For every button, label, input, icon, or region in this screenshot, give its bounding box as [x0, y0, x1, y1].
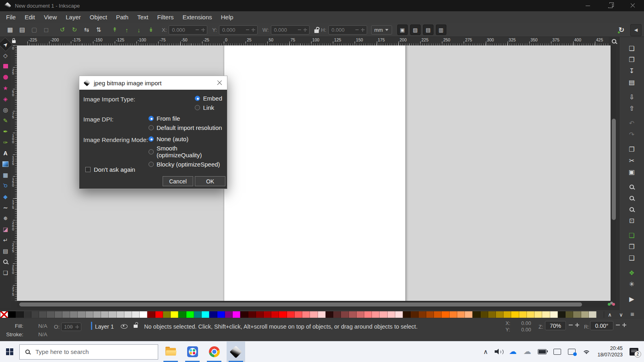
radio-option[interactable]: Embed: [195, 95, 222, 102]
radio-option[interactable]: None (auto): [149, 136, 222, 142]
palette-swatch[interactable]: [8, 311, 16, 318]
clone-icon[interactable]: ❐: [626, 241, 638, 252]
eraser-tool[interactable]: ◪: [0, 224, 10, 234]
radio-option[interactable]: Link: [195, 104, 222, 111]
opacity-field[interactable]: 100: [61, 323, 81, 331]
print-icon[interactable]: ▤: [626, 76, 638, 88]
menu-file[interactable]: File: [2, 12, 20, 22]
menu-path[interactable]: Path: [111, 12, 133, 22]
palette-swatch[interactable]: [481, 311, 488, 318]
palette-swatch[interactable]: [171, 311, 178, 318]
palette-swatch[interactable]: [209, 311, 217, 318]
rotation-plus-button[interactable]: [622, 323, 626, 327]
palette-swatch[interactable]: [473, 311, 480, 318]
menu-extensions[interactable]: Extensions: [178, 12, 216, 22]
ungroup-icon[interactable]: ✳: [626, 278, 638, 290]
rotate-ccw-icon[interactable]: ↺: [57, 25, 68, 35]
ok-button[interactable]: OK: [195, 176, 225, 186]
palette-swatch[interactable]: [310, 311, 318, 318]
select-all-layers-icon[interactable]: ▤: [17, 25, 27, 35]
export-icon[interactable]: ⇧: [626, 103, 638, 114]
radio-icon[interactable]: [149, 125, 154, 130]
palette-swatch[interactable]: [341, 311, 349, 318]
y-field[interactable]: 0.000: [219, 25, 258, 35]
palette-swatch[interactable]: [295, 311, 302, 318]
palette-swatch[interactable]: [372, 311, 380, 318]
collapse-panel-button[interactable]: ◀: [630, 24, 642, 36]
radio-selected-icon[interactable]: [195, 96, 200, 101]
spray-tool[interactable]: ✵: [0, 213, 10, 224]
zoom-tool[interactable]: [0, 256, 10, 267]
palette-swatch[interactable]: [581, 311, 589, 318]
palette-swatch[interactable]: [542, 311, 550, 318]
zoom-drawing-icon[interactable]: [626, 192, 638, 204]
zoom-plus-button[interactable]: [575, 323, 579, 327]
zoom-minus-button[interactable]: [569, 325, 573, 325]
palette-swatch[interactable]: [16, 311, 23, 318]
redo-icon[interactable]: ↷: [626, 129, 638, 140]
palette-swatch[interactable]: [0, 311, 8, 318]
copy-icon[interactable]: ❐: [626, 144, 638, 155]
palette-swatch[interactable]: [31, 311, 39, 318]
palette-swatch[interactable]: [62, 311, 70, 318]
palette-swatch[interactable]: [527, 311, 535, 318]
palette-swatch[interactable]: [240, 311, 248, 318]
rotation-minus-button[interactable]: [616, 325, 620, 325]
palette-swatch[interactable]: [333, 311, 341, 318]
dialog-close-button[interactable]: [216, 79, 223, 86]
palette-swatch[interactable]: [589, 311, 597, 318]
palette-swatch[interactable]: [186, 311, 194, 318]
palette-swatch[interactable]: [163, 311, 171, 318]
selection-box-icon[interactable]: ◻: [41, 25, 52, 35]
more-commands-icon[interactable]: ▶: [626, 293, 638, 304]
palette-swatch[interactable]: [488, 311, 496, 318]
palette-swatch[interactable]: [86, 311, 93, 318]
palette-swatch[interactable]: [202, 311, 209, 318]
onedrive-icon[interactable]: ☁: [509, 350, 516, 354]
radio-option[interactable]: Default import resolution: [149, 124, 222, 131]
palette-swatch[interactable]: [535, 311, 542, 318]
menu-object[interactable]: Object: [85, 12, 111, 22]
new-document-icon[interactable]: ❏: [626, 43, 638, 54]
palette-swatch[interactable]: [93, 311, 101, 318]
hidden-icons-chevron[interactable]: ∧: [483, 348, 488, 356]
lower-icon[interactable]: ↓: [134, 25, 144, 35]
layer-unlock-icon[interactable]: [134, 325, 138, 328]
palette-swatch[interactable]: [287, 311, 295, 318]
snap-toggle-icon[interactable]: ↻: [617, 25, 626, 35]
radio-selected-icon[interactable]: [149, 136, 154, 142]
battery-icon[interactable]: [538, 349, 547, 354]
palette-swatch[interactable]: [349, 311, 357, 318]
lower-to-bottom-icon[interactable]: ↡: [146, 25, 156, 35]
pencil-tool[interactable]: ✎: [0, 115, 10, 126]
palette-swatch[interactable]: [264, 311, 271, 318]
ellipse-tool[interactable]: [0, 72, 10, 82]
palette-swatch[interactable]: [496, 311, 504, 318]
palette-swatch[interactable]: [388, 311, 395, 318]
import-icon[interactable]: ⇩: [626, 91, 638, 103]
palette-swatch[interactable]: [271, 311, 279, 318]
rectangle-tool[interactable]: [0, 61, 10, 72]
palette-scroll-up-icon[interactable]: ∧: [604, 312, 615, 318]
palette-swatch[interactable]: [39, 311, 47, 318]
transform-pattern-toggle[interactable]: ▥: [436, 25, 446, 35]
radio-selected-icon[interactable]: [149, 116, 154, 121]
palette-swatch[interactable]: [178, 311, 186, 318]
zoom-frame-icon[interactable]: ⊡: [626, 215, 638, 226]
zoom-page-icon[interactable]: [626, 204, 638, 215]
palette-swatch[interactable]: [457, 311, 465, 318]
volume-icon[interactable]: [495, 349, 502, 354]
palette-swatch[interactable]: [194, 311, 202, 318]
palette-swatch[interactable]: [279, 311, 287, 318]
taskbar-file-explorer[interactable]: [161, 341, 180, 362]
pen-tool[interactable]: ✒: [0, 126, 10, 137]
radio-icon[interactable]: [195, 105, 200, 110]
palette-scroll-down-icon[interactable]: ∨: [615, 312, 627, 318]
wifi-icon[interactable]: [582, 349, 590, 354]
display-icon[interactable]: [553, 349, 561, 355]
undo-icon[interactable]: ↶: [626, 117, 638, 129]
cut-icon[interactable]: ✂: [626, 155, 638, 166]
palette-swatch[interactable]: [124, 311, 132, 318]
palette-swatch[interactable]: [550, 311, 558, 318]
palette-swatch[interactable]: [558, 311, 566, 318]
